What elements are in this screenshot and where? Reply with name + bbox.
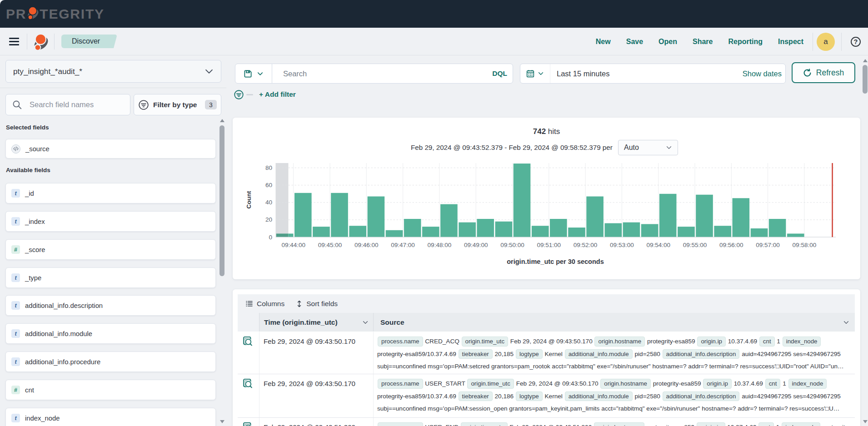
svg-text:40: 40: [265, 199, 272, 206]
svg-text:09:47:00: 09:47:00: [391, 242, 415, 248]
svg-text:09:54:00: 09:54:00: [646, 242, 670, 248]
svg-text:09:46:00: 09:46:00: [354, 242, 379, 248]
svg-text:09:44:00: 09:44:00: [281, 242, 305, 248]
svg-text:origin.time_utc per 30 seconds: origin.time_utc per 30 seconds: [507, 258, 604, 265]
svg-text:09:48:00: 09:48:00: [428, 242, 452, 248]
svg-text:20: 20: [265, 216, 272, 223]
svg-text:60: 60: [265, 182, 272, 188]
svg-text:09:50:00: 09:50:00: [500, 242, 524, 248]
svg-text:Count: Count: [245, 191, 252, 208]
svg-text:09:49:00: 09:49:00: [464, 242, 488, 248]
svg-text:09:58:00: 09:58:00: [793, 242, 817, 248]
svg-text:80: 80: [265, 164, 272, 171]
svg-text:0: 0: [269, 234, 272, 241]
svg-text:09:52:00: 09:52:00: [574, 242, 598, 248]
svg-text:09:51:00: 09:51:00: [537, 242, 561, 248]
svg-text:09:57:00: 09:57:00: [756, 242, 780, 248]
svg-text:09:45:00: 09:45:00: [318, 242, 342, 248]
svg-text:09:55:00: 09:55:00: [683, 242, 707, 248]
svg-text:09:53:00: 09:53:00: [610, 242, 634, 248]
svg-text:09:56:00: 09:56:00: [719, 242, 743, 248]
